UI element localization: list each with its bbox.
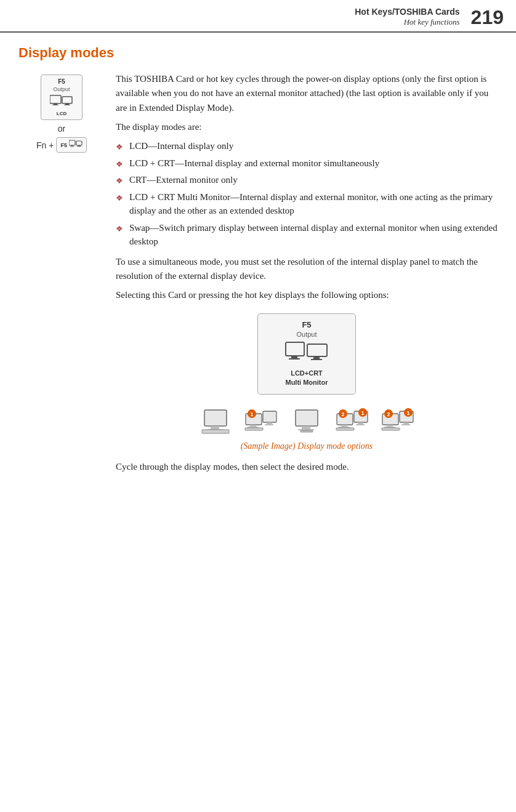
svg-rect-13: [291, 356, 297, 358]
svg-rect-11: [77, 147, 81, 147]
page-header: Hot Keys/TOSHIBA Cards Hot key functions…: [0, 0, 516, 33]
bullet-icon: ❖: [116, 141, 123, 153]
svg-rect-38: [336, 428, 354, 430]
mode-icon-lcd-crt: 1: [243, 406, 280, 438]
svg-rect-17: [311, 359, 322, 360]
svg-rect-47: [387, 425, 393, 427]
svg-rect-25: [245, 428, 263, 430]
svg-rect-19: [211, 426, 219, 429]
mode-icon-crt-only: [288, 406, 325, 438]
main-content: Display modes F5 Output: [0, 33, 516, 492]
svg-rect-27: [267, 422, 272, 424]
svg-rect-2: [52, 105, 58, 105]
bc-display-icon: [265, 341, 348, 366]
list-item: ❖ CRT—External monitor only: [116, 173, 498, 187]
fn-key-label: F5: [60, 142, 67, 148]
modes-label: The display modes are:: [116, 120, 498, 134]
svg-rect-23: [250, 425, 256, 427]
bc-sublabel: LCD+CRTMulti Monitor: [265, 369, 348, 387]
fn-key-icon: [69, 140, 83, 150]
bc-key-label: F5: [265, 320, 348, 329]
big-card-wrap: F5 Output LC: [116, 313, 498, 395]
svg-rect-15: [307, 344, 327, 356]
list-item: ❖ LCD + CRT—Internal display and externa…: [116, 156, 498, 171]
list-item: ❖ Swap—Switch primary display between in…: [116, 221, 498, 249]
intro-text: This TOSHIBA Card or hot key cycles thro…: [116, 72, 498, 115]
mode-icons-row: 1: [116, 406, 498, 438]
svg-rect-51: [403, 422, 409, 424]
svg-rect-8: [70, 147, 74, 147]
svg-text:1: 1: [406, 410, 409, 416]
key-card-label: F5: [45, 78, 78, 85]
svg-rect-40: [358, 422, 363, 424]
list-item: ❖ LCD—Internal display only: [116, 139, 498, 153]
bullet-text: LCD + CRT—Internal display and external …: [129, 156, 379, 171]
or-label: or: [58, 124, 65, 134]
bullet-text: CRT—External monitor only: [129, 173, 238, 187]
bullet-icon: ❖: [116, 158, 123, 171]
svg-rect-10: [78, 145, 81, 147]
fn-label: Fn +: [36, 140, 54, 150]
header-titles: Hot Keys/TOSHIBA Cards Hot key functions: [355, 6, 459, 28]
page-number: 219: [471, 7, 504, 27]
bullet-icon: ❖: [116, 192, 123, 204]
svg-rect-14: [289, 358, 300, 360]
svg-rect-4: [65, 103, 69, 105]
bullet-icon: ❖: [116, 175, 123, 187]
svg-rect-49: [382, 428, 400, 430]
svg-text:1: 1: [361, 410, 364, 416]
key-column: F5 Output LCD: [18, 74, 105, 153]
svg-rect-7: [71, 145, 73, 147]
svg-rect-0: [50, 95, 61, 103]
header-main-title: Hot Keys/TOSHIBA Cards: [355, 6, 459, 17]
header-sub-title: Hot key functions: [355, 17, 459, 28]
big-key-card: F5 Output LC: [257, 313, 356, 395]
svg-rect-32: [302, 426, 310, 429]
svg-rect-52: [401, 424, 410, 425]
mode-icon-swap: 2 1: [379, 406, 416, 438]
key-card-function: Output: [45, 86, 78, 92]
svg-rect-16: [313, 356, 320, 359]
svg-rect-31: [296, 410, 318, 426]
svg-rect-26: [263, 411, 276, 422]
bullet-icon: ❖: [116, 223, 123, 235]
svg-rect-12: [286, 342, 304, 356]
svg-rect-3: [62, 97, 72, 103]
key-desc-row: F5 Output LCD: [18, 72, 498, 474]
fn-key-card: F5: [56, 137, 87, 153]
svg-rect-1: [54, 103, 57, 105]
para1-text: To use a simultaneous mode, you must set…: [116, 255, 498, 284]
svg-text:1: 1: [250, 411, 253, 417]
svg-rect-36: [341, 425, 347, 427]
mode-icon-lcd: [197, 406, 234, 438]
svg-rect-21: [202, 430, 229, 433]
svg-rect-9: [76, 141, 82, 145]
description-column: This TOSHIBA Card or hot key cycles thro…: [116, 72, 498, 474]
bottom-text: Cycle through the display modes, then se…: [116, 460, 498, 474]
svg-rect-41: [356, 424, 365, 425]
svg-text:2: 2: [341, 411, 344, 417]
key-card-small: F5 Output LCD: [41, 74, 83, 120]
list-item: ❖ LCD + CRT Multi Monitor—Internal displ…: [116, 190, 498, 218]
bullet-text: Swap—Switch primary display between inte…: [129, 221, 498, 249]
svg-rect-34: [300, 430, 313, 432]
fn-key-row: Fn + F5: [36, 137, 87, 153]
svg-rect-5: [64, 105, 70, 105]
bullet-text: LCD—Internal display only: [129, 139, 233, 153]
para2-text: Selecting this Card or pressing the hot …: [116, 288, 498, 302]
display-icon-svg: [50, 94, 73, 108]
mode-icon-multi: 2 1: [334, 406, 371, 438]
key-card-icon: [45, 94, 78, 110]
key-card-sublabel: LCD: [45, 111, 78, 116]
sample-caption: (Sample Image) Display mode options: [116, 441, 498, 451]
svg-rect-18: [204, 410, 227, 426]
bc-func-label: Output: [265, 331, 348, 338]
svg-rect-6: [69, 140, 75, 145]
bullet-text: LCD + CRT Multi Monitor—Internal display…: [129, 190, 498, 218]
svg-rect-28: [265, 424, 273, 425]
section-title: Display modes: [18, 45, 498, 61]
svg-text:2: 2: [387, 411, 390, 417]
bullet-list: ❖ LCD—Internal display only ❖ LCD + CRT—…: [116, 139, 498, 249]
